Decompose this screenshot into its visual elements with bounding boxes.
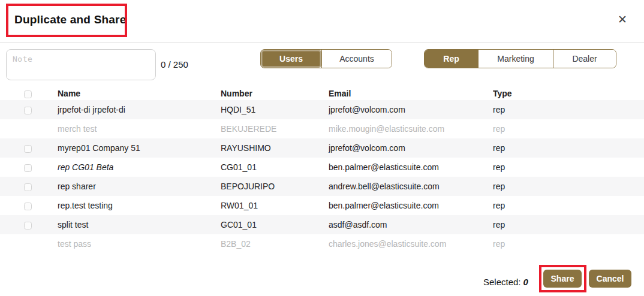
header-divider <box>0 42 644 43</box>
cell-name: test pass <box>58 234 221 253</box>
cell-type: rep <box>493 215 644 234</box>
cell-number: RW01_01 <box>221 196 329 215</box>
selected-label: Selected: <box>483 277 521 287</box>
share-targets-table: Name Number Email Type jrpefot-di jrpefo… <box>0 87 644 253</box>
table-row[interactable]: rep.test testing RW01_01 ben.palmer@elas… <box>0 196 644 215</box>
cell-type: rep <box>493 158 644 177</box>
cell-number: CG01_01 <box>221 158 329 177</box>
entity-toggle-group: Users Accounts <box>260 49 392 68</box>
cancel-button[interactable]: Cancel <box>589 270 631 288</box>
toggle-rep[interactable]: Rep <box>425 50 478 68</box>
row-checkbox[interactable] <box>24 183 32 191</box>
row-checkbox[interactable] <box>24 145 32 153</box>
close-icon[interactable]: ✕ <box>615 13 630 27</box>
cell-email: ben.palmer@elasticsuite.com <box>329 158 493 177</box>
cell-number: GC01_01 <box>221 215 329 234</box>
row-checkbox[interactable] <box>24 222 32 229</box>
toggle-accounts[interactable]: Accounts <box>321 50 392 68</box>
cell-number: BEKUJEREDE <box>221 119 329 138</box>
table-row[interactable]: jrpefot-di jrpefot-di HQDI_51 jprefot@vo… <box>0 100 644 119</box>
table-row[interactable]: split test GC01_01 asdf@asdf.com rep <box>0 215 644 234</box>
cell-number: B2B_02 <box>221 234 329 253</box>
cell-number: HQDI_51 <box>221 100 329 119</box>
cell-email: mike.mougin@elasticsuite.com <box>329 119 493 138</box>
cell-email: andrew.bell@elasticsuite.com <box>329 177 493 196</box>
cell-type: rep <box>493 196 644 215</box>
table-row: merch test BEKUJEREDE mike.mougin@elasti… <box>0 119 644 138</box>
cell-email: charles.jones@elasticsuite.com <box>329 234 493 253</box>
cell-type: rep <box>493 138 644 158</box>
cell-type: rep <box>493 177 644 196</box>
note-input[interactable] <box>6 49 156 80</box>
duplicate-and-share-dialog: Duplicate and Share ✕ 0 / 250 Users Acco… <box>0 0 644 296</box>
cell-email: ben.palmer@elasticsuite.com <box>329 196 493 215</box>
cell-name: jrpefot-di jrpefot-di <box>58 100 221 119</box>
cell-name: merch test <box>58 119 221 138</box>
toggle-users[interactable]: Users <box>261 50 321 68</box>
cell-type: rep <box>493 119 644 138</box>
cell-email: asdf@asdf.com <box>329 215 493 234</box>
table-row[interactable]: rep sharer BEPOJURIPO andrew.bell@elasti… <box>0 177 644 196</box>
table-row[interactable]: myrep01 Company 51 RAYUSHIMO jprefot@vol… <box>0 138 644 158</box>
column-header-name: Name <box>58 87 221 100</box>
cell-type: rep <box>493 234 644 253</box>
cell-email: jprefot@volcom.com <box>329 100 493 119</box>
cell-email: jprefot@volcom.com <box>329 138 493 158</box>
column-header-type: Type <box>493 87 644 100</box>
toggle-marketing[interactable]: Marketing <box>478 50 553 68</box>
table-row[interactable]: rep CG01 Beta CG01_01 ben.palmer@elastic… <box>0 158 644 177</box>
row-checkbox[interactable] <box>24 107 32 114</box>
cell-name: rep sharer <box>58 177 221 196</box>
cell-name: split test <box>58 215 221 234</box>
column-header-email: Email <box>329 87 493 100</box>
cell-number: BEPOJURIPO <box>221 177 329 196</box>
table-row: test pass B2B_02 charles.jones@elasticsu… <box>0 234 644 253</box>
row-checkbox[interactable] <box>24 203 32 210</box>
note-counter: 0 / 250 <box>161 59 188 70</box>
page-title: Duplicate and Share <box>14 13 126 26</box>
selected-count-line: Selected:0 <box>483 277 528 287</box>
toggle-dealer[interactable]: Dealer <box>553 50 616 68</box>
select-all-checkbox[interactable] <box>24 90 32 98</box>
cell-name: rep CG01 Beta <box>58 158 221 177</box>
row-checkbox[interactable] <box>24 164 32 172</box>
cell-type: rep <box>493 100 644 119</box>
audience-toggle-group: Rep Marketing Dealer <box>424 49 616 68</box>
cell-name: myrep01 Company 51 <box>58 138 221 158</box>
cell-name: rep.test testing <box>58 196 221 215</box>
cell-number: RAYUSHIMO <box>221 138 329 158</box>
column-header-number: Number <box>221 87 329 100</box>
selected-count: 0 <box>523 277 528 287</box>
share-button[interactable]: Share <box>543 270 582 288</box>
table-header-row: Name Number Email Type <box>0 87 644 100</box>
